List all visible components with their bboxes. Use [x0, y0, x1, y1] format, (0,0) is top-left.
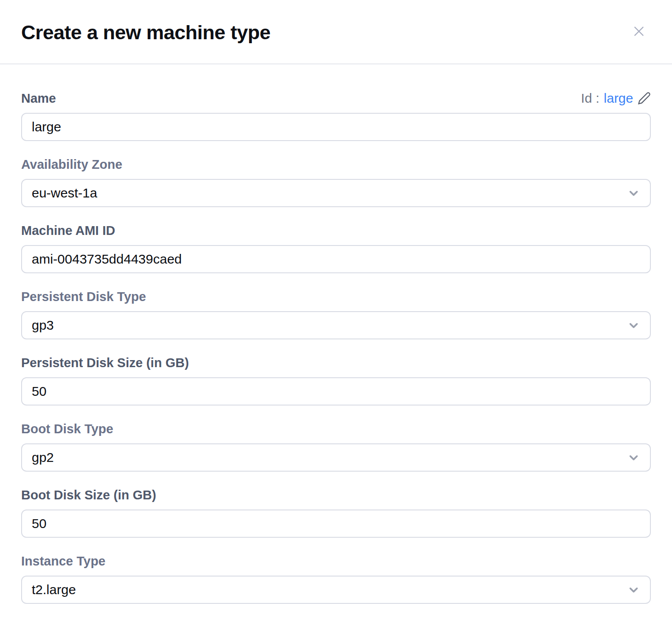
name-input[interactable]: [21, 113, 651, 141]
name-label: Name: [21, 91, 56, 106]
persistent-disk-size-label: Persistent Disk Size (in GB): [21, 355, 189, 370]
instance-type-value: t2.large: [32, 582, 76, 597]
chevron-down-icon: [627, 186, 640, 200]
field-group-name: Name Id : large: [21, 91, 651, 141]
create-machine-type-modal: Create a new machine type Name Id : larg…: [0, 0, 672, 625]
field-group-machine-ami-id: Machine AMI ID: [21, 223, 651, 273]
close-button[interactable]: [631, 23, 647, 40]
id-prefix-label: Id :: [581, 91, 600, 106]
id-value[interactable]: large: [604, 91, 633, 106]
persistent-disk-size-input[interactable]: [21, 377, 651, 406]
modal-title: Create a new machine type: [21, 21, 651, 44]
machine-ami-id-label: Machine AMI ID: [21, 223, 115, 238]
persistent-disk-type-value: gp3: [32, 318, 54, 333]
availability-zone-label: Availability Zone: [21, 157, 122, 172]
field-group-boot-disk-type: Boot Disk Type gp2: [21, 421, 651, 472]
chevron-down-icon: [627, 451, 640, 464]
persistent-disk-type-label: Persistent Disk Type: [21, 289, 146, 304]
field-group-persistent-disk-type: Persistent Disk Type gp3: [21, 289, 651, 339]
instance-type-select[interactable]: t2.large: [21, 576, 651, 604]
field-group-availability-zone: Availability Zone eu-west-1a: [21, 157, 651, 207]
boot-disk-type-select[interactable]: gp2: [21, 443, 651, 472]
modal-header: Create a new machine type: [0, 0, 672, 64]
close-icon: [631, 24, 646, 39]
field-group-boot-disk-size: Boot Disk Size (in GB): [21, 487, 651, 538]
availability-zone-select[interactable]: eu-west-1a: [21, 179, 651, 207]
chevron-down-icon: [627, 583, 640, 596]
chevron-down-icon: [627, 319, 640, 332]
instance-type-label: Instance Type: [21, 554, 105, 569]
field-group-persistent-disk-size: Persistent Disk Size (in GB): [21, 355, 651, 406]
availability-zone-value: eu-west-1a: [32, 186, 97, 201]
boot-disk-type-value: gp2: [32, 450, 54, 465]
machine-ami-id-input[interactable]: [21, 245, 651, 273]
edit-icon[interactable]: [638, 92, 651, 105]
boot-disk-size-input[interactable]: [21, 510, 651, 538]
field-group-instance-type: Instance Type t2.large: [21, 554, 651, 604]
modal-body: Name Id : large Availability Zone eu-wes…: [0, 64, 672, 604]
persistent-disk-type-select[interactable]: gp3: [21, 311, 651, 339]
boot-disk-size-label: Boot Disk Size (in GB): [21, 487, 156, 502]
id-row: Id : large: [581, 91, 651, 106]
boot-disk-type-label: Boot Disk Type: [21, 421, 113, 436]
